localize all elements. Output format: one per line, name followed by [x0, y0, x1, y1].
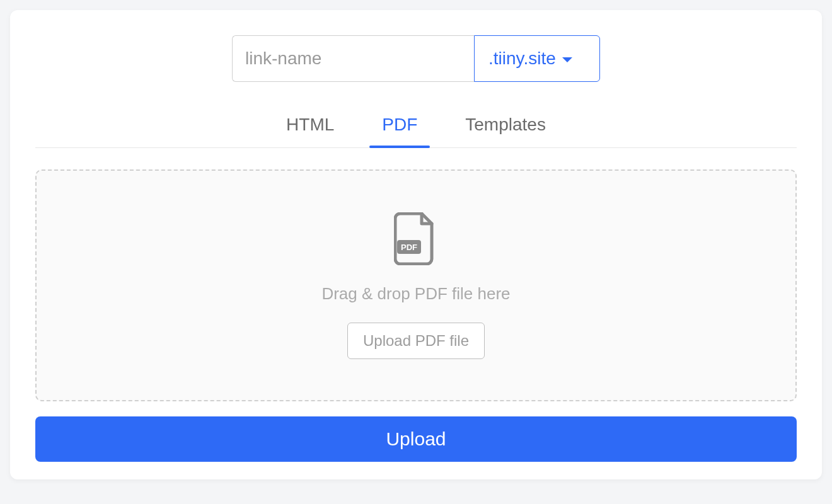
- tab-templates[interactable]: Templates: [456, 110, 555, 147]
- domain-label: .tiiny.site: [488, 49, 556, 69]
- caret-down-icon: [562, 57, 572, 62]
- tab-html[interactable]: HTML: [277, 110, 343, 147]
- tabs: HTML PDF Templates: [35, 110, 797, 148]
- dropzone[interactable]: PDF Drag & drop PDF file here Upload PDF…: [35, 169, 797, 401]
- upload-file-button[interactable]: Upload PDF file: [347, 323, 485, 359]
- domain-dropdown[interactable]: .tiiny.site: [474, 35, 600, 82]
- url-row: .tiiny.site: [10, 35, 822, 82]
- upload-card: .tiiny.site HTML PDF Templates PDF Drag …: [10, 10, 822, 479]
- svg-text:PDF: PDF: [401, 243, 417, 252]
- pdf-file-icon: PDF: [394, 212, 438, 265]
- link-name-input[interactable]: [232, 35, 474, 82]
- dropzone-text: Drag & drop PDF file here: [321, 284, 510, 304]
- upload-button[interactable]: Upload: [35, 416, 797, 462]
- tab-pdf[interactable]: PDF: [373, 110, 426, 147]
